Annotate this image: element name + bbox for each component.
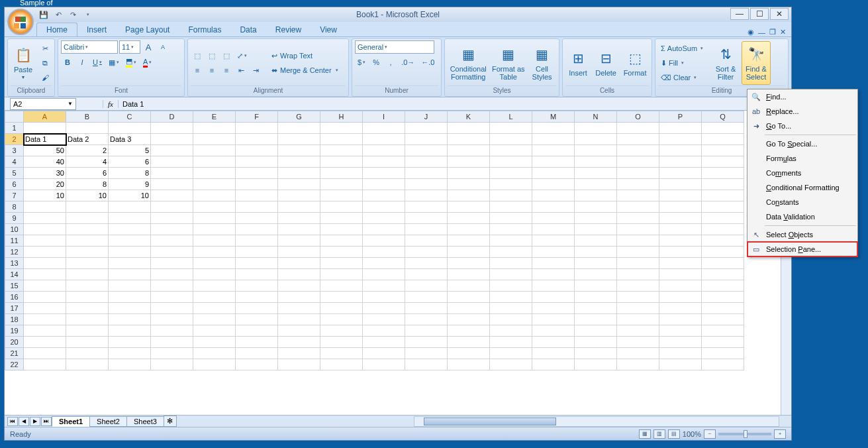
- cell-L11[interactable]: [490, 235, 532, 247]
- cell-K10[interactable]: [448, 224, 490, 235]
- cell-N22[interactable]: [575, 359, 617, 370]
- cell-I6[interactable]: [363, 179, 405, 190]
- row-header-11[interactable]: 11: [5, 235, 24, 247]
- cell-Q12[interactable]: [702, 247, 744, 258]
- formula-bar-input[interactable]: [119, 98, 791, 110]
- cell-E10[interactable]: [193, 224, 236, 235]
- cell-G4[interactable]: [278, 156, 320, 168]
- cell-B13[interactable]: [66, 258, 109, 269]
- cell-L12[interactable]: [490, 247, 532, 258]
- menu-formulas[interactable]: Formulas: [747, 151, 857, 166]
- cell-L2[interactable]: [490, 134, 532, 145]
- cell-L15[interactable]: [490, 280, 532, 292]
- cell-B12[interactable]: [66, 247, 109, 258]
- cell-G7[interactable]: [278, 190, 320, 201]
- cell-D17[interactable]: [151, 303, 193, 314]
- cell-D21[interactable]: [151, 348, 193, 359]
- cell-K4[interactable]: [448, 156, 490, 168]
- cell-O10[interactable]: [617, 224, 659, 235]
- cell-B15[interactable]: [66, 280, 109, 292]
- col-header-A[interactable]: A: [24, 111, 66, 123]
- cell-J12[interactable]: [405, 247, 448, 258]
- row-header-6[interactable]: 6: [5, 179, 24, 190]
- cell-A5[interactable]: 30: [24, 168, 66, 179]
- cell-J3[interactable]: [405, 145, 448, 156]
- cell-P13[interactable]: [659, 258, 702, 269]
- col-header-Q[interactable]: Q: [702, 111, 744, 123]
- col-header-P[interactable]: P: [659, 111, 702, 123]
- comma-format-icon[interactable]: ,: [384, 56, 397, 69]
- increase-indent-icon[interactable]: ⇥: [249, 64, 262, 77]
- cell-H15[interactable]: [320, 280, 363, 292]
- cell-H12[interactable]: [320, 247, 363, 258]
- cell-C21[interactable]: [109, 348, 151, 359]
- cell-O20[interactable]: [617, 337, 659, 348]
- cell-E19[interactable]: [193, 325, 236, 337]
- cell-J19[interactable]: [405, 325, 448, 337]
- cell-C5[interactable]: 8: [109, 168, 151, 179]
- cell-N8[interactable]: [575, 201, 617, 213]
- cell-P5[interactable]: [659, 168, 702, 179]
- cell-P16[interactable]: [659, 292, 702, 303]
- cell-M2[interactable]: [532, 134, 575, 145]
- cell-J16[interactable]: [405, 292, 448, 303]
- cell-B2[interactable]: Data 2: [66, 134, 109, 145]
- cell-E22[interactable]: [193, 359, 236, 370]
- cell-H3[interactable]: [320, 145, 363, 156]
- select-all-corner[interactable]: [5, 111, 24, 123]
- cell-F18[interactable]: [236, 314, 278, 325]
- cell-Q21[interactable]: [702, 348, 744, 359]
- row-header-15[interactable]: 15: [5, 280, 24, 292]
- cell-L22[interactable]: [490, 359, 532, 370]
- decrease-indent-icon[interactable]: ⇤: [234, 64, 248, 77]
- row-header-12[interactable]: 12: [5, 247, 24, 258]
- cell-K5[interactable]: [448, 168, 490, 179]
- col-header-I[interactable]: I: [363, 111, 405, 123]
- col-header-J[interactable]: J: [405, 111, 448, 123]
- cell-O21[interactable]: [617, 348, 659, 359]
- cell-G18[interactable]: [278, 314, 320, 325]
- cell-D22[interactable]: [151, 359, 193, 370]
- cell-I20[interactable]: [363, 337, 405, 348]
- horizontal-scrollbar[interactable]: [414, 416, 779, 427]
- cell-A20[interactable]: [24, 337, 66, 348]
- view-layout-icon[interactable]: ▥: [653, 429, 665, 439]
- cell-P7[interactable]: [659, 190, 702, 201]
- sheet-nav-prev[interactable]: ◀: [19, 417, 29, 426]
- cell-H1[interactable]: [320, 123, 363, 134]
- cell-F3[interactable]: [236, 145, 278, 156]
- cell-J1[interactable]: [405, 123, 448, 134]
- cell-K1[interactable]: [448, 123, 490, 134]
- cell-D5[interactable]: [151, 168, 193, 179]
- cell-Q11[interactable]: [702, 235, 744, 247]
- cell-F15[interactable]: [236, 280, 278, 292]
- cell-F16[interactable]: [236, 292, 278, 303]
- cell-K18[interactable]: [448, 314, 490, 325]
- col-header-O[interactable]: O: [617, 111, 659, 123]
- menu-goto[interactable]: ➜Go To...: [747, 119, 857, 133]
- cell-L10[interactable]: [490, 224, 532, 235]
- cell-O6[interactable]: [617, 179, 659, 190]
- tab-page-layout[interactable]: Page Layout: [116, 23, 179, 36]
- cell-K11[interactable]: [448, 235, 490, 247]
- ribbon-close-button[interactable]: ✕: [780, 28, 786, 36]
- cell-A8[interactable]: [24, 201, 66, 213]
- cell-P14[interactable]: [659, 269, 702, 280]
- cell-A10[interactable]: [24, 224, 66, 235]
- maximize-button[interactable]: ☐: [750, 8, 769, 20]
- font-size-combo[interactable]: 11: [119, 40, 140, 54]
- cell-H6[interactable]: [320, 179, 363, 190]
- cell-Q1[interactable]: [702, 123, 744, 134]
- cell-P11[interactable]: [659, 235, 702, 247]
- cell-K2[interactable]: [448, 134, 490, 145]
- row-header-18[interactable]: 18: [5, 314, 24, 325]
- cell-M20[interactable]: [532, 337, 575, 348]
- cell-Q9[interactable]: [702, 213, 744, 224]
- cell-N20[interactable]: [575, 337, 617, 348]
- cell-J20[interactable]: [405, 337, 448, 348]
- cell-F20[interactable]: [236, 337, 278, 348]
- cell-L1[interactable]: [490, 123, 532, 134]
- col-header-L[interactable]: L: [490, 111, 532, 123]
- cell-C15[interactable]: [109, 280, 151, 292]
- cell-P12[interactable]: [659, 247, 702, 258]
